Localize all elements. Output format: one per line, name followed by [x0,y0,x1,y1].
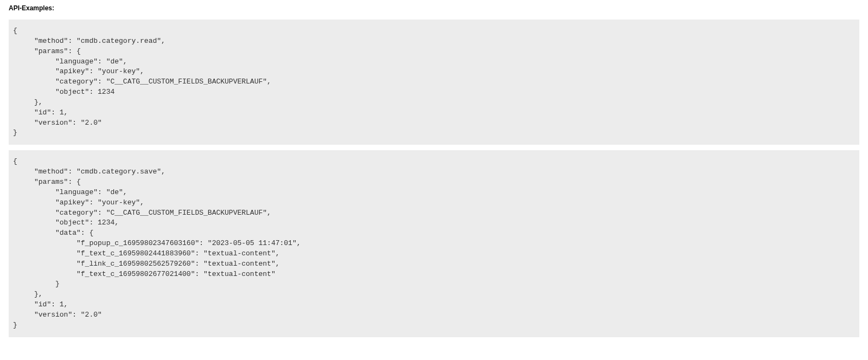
api-example-save: { "method": "cmdb.category.save", "param… [9,150,859,337]
api-example-read: { "method": "cmdb.category.read", "param… [9,20,859,145]
section-title: API-Examples: [9,4,859,12]
